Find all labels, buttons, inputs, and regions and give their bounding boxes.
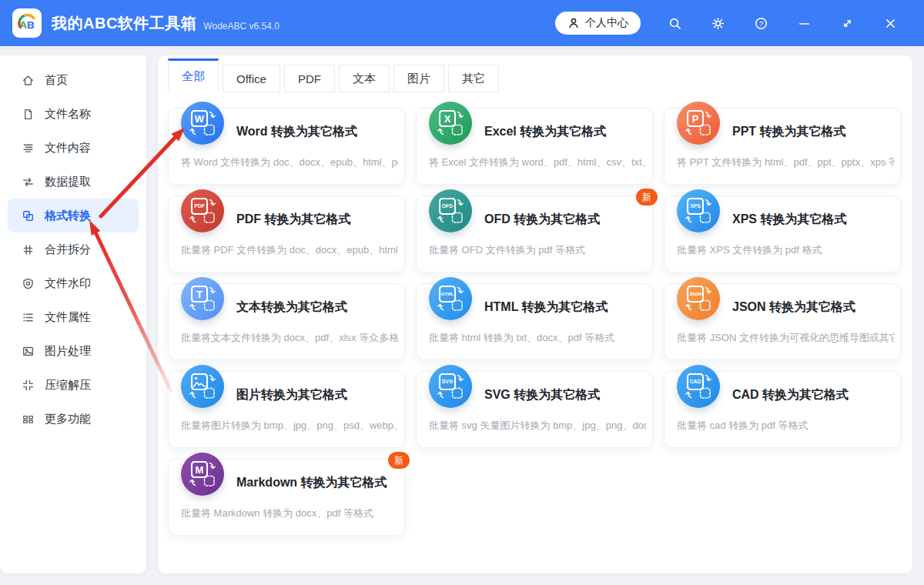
tab-all[interactable]: 全部 [168, 58, 219, 92]
image-convert-icon [181, 365, 224, 408]
card-title: Word 转换为其它格式 [236, 124, 357, 140]
card-title: OFD 转换为其它格式 [484, 212, 600, 228]
sidebar-item-watermark[interactable]: 文件水印 [8, 266, 139, 300]
app-window: AB 我的ABC软件工具箱 WodeABC v6.54.0 个人中心 [0, 0, 924, 585]
tab-text[interactable]: 文本 [339, 65, 390, 92]
sidebar-item-label: 文件内容 [45, 141, 91, 155]
svg-text:M: M [196, 464, 204, 476]
card-html-convert[interactable]: HTML HTML 转换为其它格式 批量将 html 转换为 txt、docx、… [416, 283, 653, 360]
card-pdf-convert[interactable]: PDF PDF 转换为其它格式 批量将 PDF 文件转换为 doc、docx、e… [168, 196, 405, 272]
card-title: CAD 转换为其它格式 [732, 387, 849, 403]
format-convert-icon [22, 209, 35, 222]
new-badge: 新 [388, 452, 410, 469]
card-description: 批量将 Markdown 转换为 docx、pdf 等格式 [181, 506, 398, 520]
card-xps-convert[interactable]: XPS XPS 转换为其它格式 批量将 XPS 文件转换为 pdf 格式 [664, 196, 901, 272]
card-description: 批量将 cad 转换为 pdf 等格式 [677, 419, 894, 433]
profile-button[interactable]: 个人中心 [555, 12, 641, 35]
sidebar-item-file-attr[interactable]: 文件属性 [8, 300, 139, 334]
tab-office[interactable]: Office [223, 65, 280, 92]
sidebar-item-image-process[interactable]: 图片处理 [8, 334, 139, 368]
settings-icon[interactable] [696, 8, 739, 38]
card-description: 将 Excel 文件转换为 word、pdf、html、csv、txt、s [429, 155, 646, 169]
sidebar-item-file-content[interactable]: 文件内容 [8, 131, 139, 165]
card-title: PDF 转换为其它格式 [236, 212, 350, 228]
card-description: 批量将 JSON 文件转换为可视化的思维导图或其它格 [677, 331, 894, 345]
svg-text:PDF: PDF [194, 203, 205, 209]
minimize-icon[interactable] [782, 8, 825, 38]
xps-convert-icon: XPS [677, 189, 720, 232]
svg-text:CAD: CAD [690, 379, 701, 384]
sidebar-item-format-convert[interactable]: 格式转换 [8, 199, 139, 232]
sidebar-item-data-extract[interactable]: 数据提取 [8, 165, 139, 199]
tab-other[interactable]: 其它 [448, 65, 499, 92]
svg-text:XPS: XPS [690, 203, 701, 209]
svg-convert-icon: SVG [429, 365, 472, 408]
card-title: 图片转换为其它格式 [236, 387, 347, 403]
card-description: 将 Word 文件转换为 doc、docx、epub、html、pd [181, 155, 398, 169]
card-title: HTML 转换为其它格式 [484, 299, 608, 316]
card-excel-convert[interactable]: X Excel 转换为其它格式 将 Excel 文件转换为 word、pdf、h… [416, 108, 653, 185]
card-markdown-convert[interactable]: M Markdown 转换为其它格式 批量将 Markdown 转换为 docx… [168, 459, 405, 536]
card-ppt-convert[interactable]: P PPT 转换为其它格式 将 PPT 文件转换为 html、pdf、ppt、p… [664, 108, 901, 185]
sidebar: 首页 文件名称 文件内容 数据提取 格式转换 合并拆分 文件水印 文件属性 图片… [0, 55, 146, 573]
search-icon[interactable] [653, 8, 696, 38]
sidebar-item-label: 文件水印 [45, 276, 91, 291]
person-icon [567, 17, 580, 29]
card-description: 批量将 XPS 文件转换为 pdf 格式 [677, 243, 894, 257]
card-image-convert[interactable]: 图片转换为其它格式 批量将图片转换为 bmp、jpg、png、psd、webp、 [168, 371, 405, 448]
card-title: JSON 转换为其它格式 [732, 299, 855, 316]
card-json-convert[interactable]: JSON JSON 转换为其它格式 批量将 JSON 文件转换为可视化的思维导图… [664, 283, 901, 360]
sidebar-item-label: 更多功能 [45, 412, 91, 426]
tab-pdf[interactable]: PDF [284, 65, 335, 92]
card-title: 文本转换为其它格式 [236, 299, 347, 316]
help-icon[interactable]: ? [739, 8, 782, 38]
more-icon [22, 413, 35, 426]
image-process-icon [22, 345, 35, 358]
card-cad-convert[interactable]: CAD CAD 转换为其它格式 批量将 cad 转换为 pdf 等格式 [664, 371, 901, 448]
pdf-convert-icon: PDF [181, 189, 224, 232]
title-bar: AB 我的ABC软件工具箱 WodeABC v6.54.0 个人中心 [0, 0, 924, 46]
file-name-icon [22, 108, 35, 121]
sidebar-item-compress[interactable]: 压缩解压 [8, 368, 139, 402]
card-word-convert[interactable]: W Word 转换为其它格式 将 Word 文件转换为 doc、docx、epu… [168, 108, 405, 185]
card-description: 批量将 OFD 文件转换为 pdf 等格式 [429, 243, 646, 257]
app-version: WodeABC v6.54.0 [203, 21, 280, 32]
text-convert-icon: T [181, 277, 224, 320]
ofd-convert-icon: OFD [429, 189, 472, 232]
card-description: 批量将文本文件转换为 docx、pdf、xlsx 等众多格式 [181, 331, 398, 345]
svg-text:X: X [444, 113, 451, 125]
svg-text:P: P [692, 113, 699, 125]
card-description: 批量将 PDF 文件转换为 doc、docx、epub、html、 [181, 243, 398, 257]
resize-icon[interactable] [825, 8, 869, 38]
markdown-convert-icon: M [181, 453, 224, 496]
card-ofd-convert[interactable]: OFD OFD 转换为其它格式 批量将 OFD 文件转换为 pdf 等格式 新 [416, 196, 653, 272]
sidebar-item-label: 合并拆分 [45, 242, 91, 257]
compress-icon [22, 379, 35, 392]
svg-text:OFD: OFD [442, 203, 453, 209]
svg-text:AB: AB [19, 19, 35, 31]
new-badge: 新 [636, 189, 658, 206]
svg-text:W: W [195, 113, 205, 125]
sidebar-item-merge-split[interactable]: 合并拆分 [8, 232, 139, 266]
main-panel: 全部OfficePDF文本图片其它 W Word 转换为其它格式 将 Word … [158, 55, 912, 573]
card-description: 批量将 svg 矢量图片转换为 bmp、jpg、png、docx [429, 419, 646, 433]
watermark-icon [22, 277, 35, 290]
app-logo-icon: AB [12, 8, 42, 38]
svg-text:T: T [196, 289, 203, 300]
sidebar-item-home[interactable]: 首页 [8, 63, 139, 97]
card-title: SVG 转换为其它格式 [484, 387, 600, 403]
card-title: Markdown 转换为其它格式 [236, 475, 387, 491]
sidebar-item-label: 图片处理 [45, 344, 91, 359]
close-icon[interactable] [869, 8, 912, 38]
sidebar-item-label: 文件属性 [45, 310, 91, 325]
tab-image[interactable]: 图片 [393, 65, 444, 92]
sidebar-item-more[interactable]: 更多功能 [8, 402, 139, 436]
card-text-convert[interactable]: T 文本转换为其它格式 批量将文本文件转换为 docx、pdf、xlsx 等众多… [168, 283, 405, 360]
file-attr-icon [22, 311, 35, 324]
sidebar-item-label: 文件名称 [45, 107, 91, 122]
sidebar-item-file-name[interactable]: 文件名称 [8, 97, 139, 131]
card-svg-convert[interactable]: SVG SVG 转换为其它格式 批量将 svg 矢量图片转换为 bmp、jpg、… [416, 371, 653, 448]
sidebar-item-label: 数据提取 [45, 175, 91, 189]
card-description: 批量将 html 转换为 txt、docx、pdf 等格式 [429, 331, 646, 345]
svg-text:?: ? [758, 20, 762, 28]
